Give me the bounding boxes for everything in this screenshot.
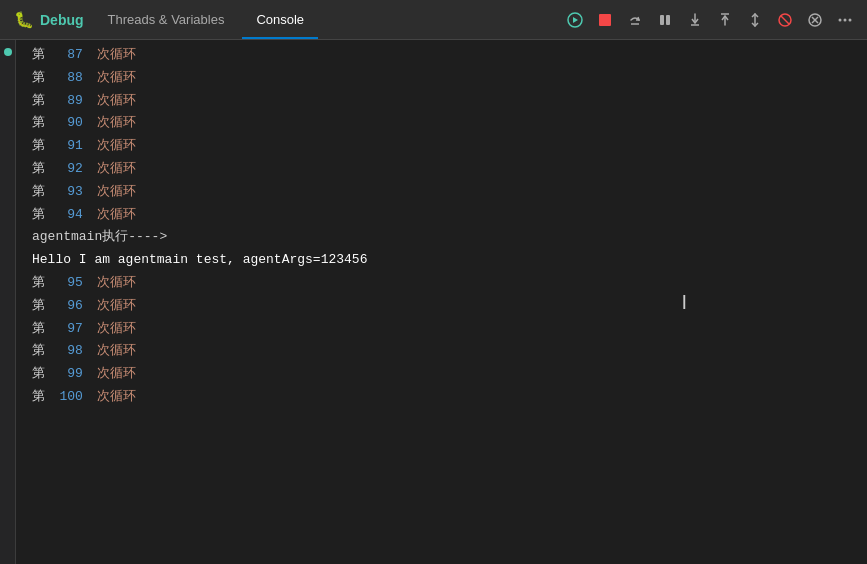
line-text: 次循环 [89,113,136,134]
console-line: 第 98 次循环 [16,340,867,363]
resume-icon[interactable] [561,6,589,34]
mute-icon[interactable] [801,6,829,34]
debug-title: 🐛 Debug [8,10,90,29]
line-text: 次循环 [89,159,136,180]
console-line: 第 91 次循环 [16,135,867,158]
console-line: 第 89 次循环 [16,90,867,113]
line-text: 次循环 [89,91,136,112]
console-line: 第 92 次循环 [16,158,867,181]
step-over-icon[interactable] [621,6,649,34]
line-prefix: 第 [32,296,53,317]
line-text: 次循环 [89,136,136,157]
line-number: 94 [53,205,83,226]
pause-icon[interactable] [651,6,679,34]
line-text: 次循环 [89,364,136,385]
line-prefix: 第 [32,45,53,66]
line-text: Hello I am agentmain test, agentArgs=123… [32,250,367,271]
svg-point-17 [849,18,852,21]
line-number: 88 [53,68,83,89]
more-options-icon[interactable] [831,6,859,34]
svg-line-11 [781,16,789,24]
debug-label: Debug [40,12,84,28]
svg-rect-4 [666,15,670,25]
line-number: 92 [53,159,83,180]
line-prefix: 第 [32,91,53,112]
console-line: 第 97 次循环 [16,318,867,341]
line-text: 次循环 [89,45,136,66]
line-prefix: 第 [32,273,53,294]
line-number: 96 [53,296,83,317]
svg-point-16 [844,18,847,21]
line-number: 99 [53,364,83,385]
line-prefix: 第 [32,68,53,89]
console-output[interactable]: 第 87 次循环第 88 次循环第 89 次循环第 90 次循环第 91 次循环… [16,40,867,564]
line-prefix: 第 [32,319,53,340]
line-number: 89 [53,91,83,112]
console-line: 第 90 次循环 [16,112,867,135]
main-area: 第 87 次循环第 88 次循环第 89 次循环第 90 次循环第 91 次循环… [0,40,867,564]
line-number: 90 [53,113,83,134]
line-text: 次循环 [89,341,136,362]
line-number: 98 [53,341,83,362]
console-line: Hello I am agentmain test, agentArgs=123… [16,249,867,272]
tab-threads-variables[interactable]: Threads & Variables [94,0,239,39]
disconnect-icon[interactable] [771,6,799,34]
console-line: 第 93 次循环 [16,181,867,204]
line-text: 次循环 [89,296,136,317]
stop-icon[interactable] [591,6,619,34]
step-out-icon[interactable] [711,6,739,34]
line-number: 100 [53,387,83,408]
line-number: 93 [53,182,83,203]
line-prefix: 第 [32,182,53,203]
debug-panel: 🐛 Debug Threads & Variables Console [0,0,867,564]
line-text: 次循环 [89,68,136,89]
line-text: agentmain执行----> [32,227,167,248]
line-prefix: 第 [32,159,53,180]
line-prefix: 第 [32,205,53,226]
bug-icon: 🐛 [14,10,34,29]
console-line: 第 95 次循环 [16,272,867,295]
toolbar: 🐛 Debug Threads & Variables Console [0,0,867,40]
line-text: 次循环 [89,273,136,294]
line-text: 次循环 [89,205,136,226]
line-text: 次循环 [89,319,136,340]
line-prefix: 第 [32,136,53,157]
svg-rect-3 [660,15,664,25]
console-line: 第 88 次循环 [16,67,867,90]
toolbar-icons [561,6,859,34]
tab-console[interactable]: Console [242,0,318,39]
line-prefix: 第 [32,387,53,408]
sidebar [0,40,16,564]
line-number: 91 [53,136,83,157]
console-line: 第 87 次循环 [16,44,867,67]
console-line: 第 100 次循环 [16,386,867,409]
line-number: 87 [53,45,83,66]
line-prefix: 第 [32,341,53,362]
line-prefix: 第 [32,113,53,134]
console-line: agentmain执行----> [16,226,867,249]
console-line: 第 96 次循环 [16,295,867,318]
svg-rect-1 [599,14,611,26]
console-line: 第 94 次循环 [16,204,867,227]
svg-point-15 [839,18,842,21]
line-prefix: 第 [32,364,53,385]
line-text: 次循环 [89,387,136,408]
console-line: 第 99 次循环 [16,363,867,386]
line-number: 97 [53,319,83,340]
sidebar-indicator [4,48,12,56]
step-into-icon[interactable] [681,6,709,34]
line-text: 次循环 [89,182,136,203]
step-back-icon[interactable] [741,6,769,34]
line-number: 95 [53,273,83,294]
